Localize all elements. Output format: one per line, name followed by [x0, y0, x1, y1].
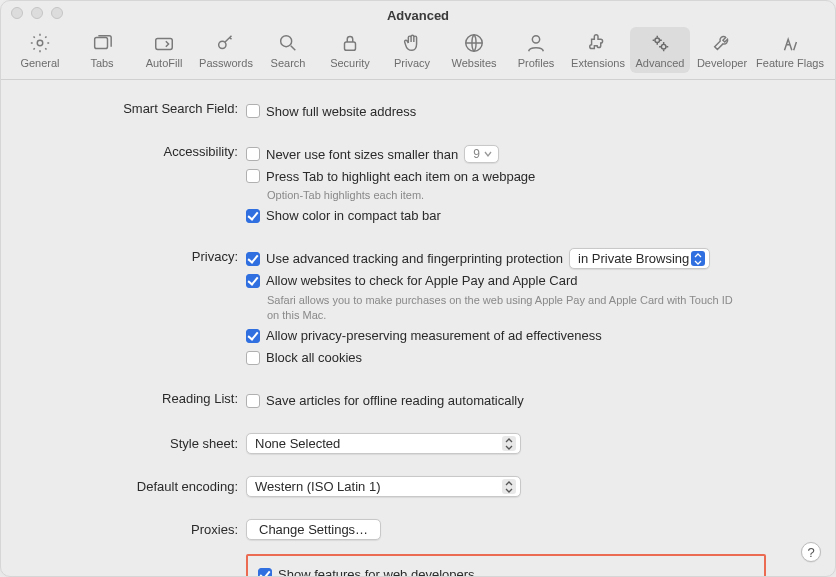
close-button[interactable]: [11, 7, 23, 19]
tab-privacy[interactable]: Privacy: [382, 27, 442, 73]
window-controls: [11, 7, 63, 19]
tab-tabs[interactable]: Tabs: [72, 27, 132, 73]
tab-label: Extensions: [571, 57, 625, 69]
tab-label: Tabs: [90, 57, 113, 69]
tab-advanced[interactable]: Advanced: [630, 27, 690, 73]
tab-websites[interactable]: Websites: [444, 27, 504, 73]
tab-label: Privacy: [394, 57, 430, 69]
hand-icon: [401, 31, 423, 55]
checkbox-label: Show features for web developers: [278, 567, 475, 577]
svg-point-0: [37, 40, 43, 46]
puzzle-icon: [587, 31, 609, 55]
tab-label: Security: [330, 57, 370, 69]
checkbox-show-developer-features[interactable]: [258, 568, 272, 577]
content-area: Smart Search Field: Show full website ad…: [1, 80, 835, 577]
svg-point-4: [281, 36, 292, 47]
wrench-icon: [711, 31, 733, 55]
tab-label: Websites: [451, 57, 496, 69]
button-change-proxy-settings[interactable]: Change Settings…: [246, 519, 381, 540]
tab-label: Developer: [697, 57, 747, 69]
gears-icon: [649, 31, 671, 55]
checkbox-show-color-tab[interactable]: [246, 209, 260, 223]
checkbox-label: Block all cookies: [266, 350, 362, 365]
key-icon: [215, 31, 237, 55]
checkbox-block-cookies[interactable]: [246, 351, 260, 365]
tab-label: Profiles: [518, 57, 555, 69]
svg-point-3: [219, 41, 226, 48]
checkbox-label: Use advanced tracking and fingerprinting…: [266, 251, 563, 266]
section-label-reading-list: Reading List:: [21, 390, 246, 406]
help-button[interactable]: ?: [801, 542, 821, 562]
section-label-style-sheet: Style sheet:: [21, 433, 246, 451]
checkbox-min-font-size[interactable]: [246, 147, 260, 161]
checkbox-privacy-measure[interactable]: [246, 329, 260, 343]
flags-icon: [779, 31, 801, 55]
checkbox-apple-pay[interactable]: [246, 274, 260, 288]
search-icon: [277, 31, 299, 55]
tab-profiles[interactable]: Profiles: [506, 27, 566, 73]
globe-icon: [463, 31, 485, 55]
section-label-proxies: Proxies:: [21, 519, 246, 537]
checkbox-label: Allow websites to check for Apple Pay an…: [266, 273, 577, 288]
tabs-icon: [91, 31, 113, 55]
select-min-font-size[interactable]: 9: [464, 145, 499, 163]
tab-label: Feature Flags: [756, 57, 824, 69]
svg-point-7: [532, 36, 539, 43]
select-style-sheet[interactable]: None Selected: [246, 433, 521, 454]
checkbox-label: Show color in compact tab bar: [266, 208, 441, 223]
section-label-smart-search: Smart Search Field:: [21, 100, 246, 116]
svg-rect-5: [345, 42, 356, 50]
section-label-default-encoding: Default encoding:: [21, 476, 246, 494]
section-label-privacy: Privacy:: [21, 248, 246, 264]
zoom-button[interactable]: [51, 7, 63, 19]
tab-label: AutoFill: [146, 57, 183, 69]
checkbox-press-tab[interactable]: [246, 169, 260, 183]
hint-apple-pay: Safari allows you to make purchases on t…: [267, 293, 737, 323]
tab-label: Advanced: [636, 57, 685, 69]
svg-point-9: [661, 44, 666, 49]
select-tracking-scope[interactable]: in Private Browsing: [569, 248, 710, 269]
tab-extensions[interactable]: Extensions: [568, 27, 628, 73]
tab-autofill[interactable]: AutoFill: [134, 27, 194, 73]
hint-option-tab: Option-Tab highlights each item.: [267, 188, 766, 203]
minimize-button[interactable]: [31, 7, 43, 19]
tab-developer[interactable]: Developer: [692, 27, 752, 73]
lock-icon: [339, 31, 361, 55]
svg-point-8: [655, 38, 660, 43]
tab-security[interactable]: Security: [320, 27, 380, 73]
tab-general[interactable]: General: [10, 27, 70, 73]
tab-label: Passwords: [199, 57, 253, 69]
svg-rect-1: [95, 38, 108, 49]
checkbox-save-offline[interactable]: [246, 394, 260, 408]
pencil-icon: [153, 31, 175, 55]
window-title: Advanced: [387, 8, 449, 23]
checkbox-advanced-tracking[interactable]: [246, 252, 260, 266]
highlight-box: Show features for web developers: [246, 554, 766, 577]
person-icon: [525, 31, 547, 55]
tab-label: General: [20, 57, 59, 69]
checkbox-label: Press Tab to highlight each item on a we…: [266, 169, 535, 184]
titlebar: Advanced: [1, 1, 835, 23]
checkbox-label: Save articles for offline reading automa…: [266, 393, 524, 408]
select-default-encoding[interactable]: Western (ISO Latin 1): [246, 476, 521, 497]
checkbox-label: Show full website address: [266, 104, 416, 119]
svg-rect-2: [156, 38, 173, 49]
toolbar: General Tabs AutoFill Passwords Search S…: [1, 23, 835, 80]
tab-label: Search: [271, 57, 306, 69]
tab-passwords[interactable]: Passwords: [196, 27, 256, 73]
checkbox-label: Allow privacy-preserving measurement of …: [266, 328, 602, 343]
tab-search[interactable]: Search: [258, 27, 318, 73]
checkbox-show-full-address[interactable]: [246, 104, 260, 118]
gear-icon: [29, 31, 51, 55]
preferences-window: Advanced General Tabs AutoFill Passwords…: [0, 0, 836, 577]
tab-feature-flags[interactable]: Feature Flags: [754, 27, 826, 73]
checkbox-label: Never use font sizes smaller than: [266, 147, 458, 162]
section-label-accessibility: Accessibility:: [21, 143, 246, 159]
